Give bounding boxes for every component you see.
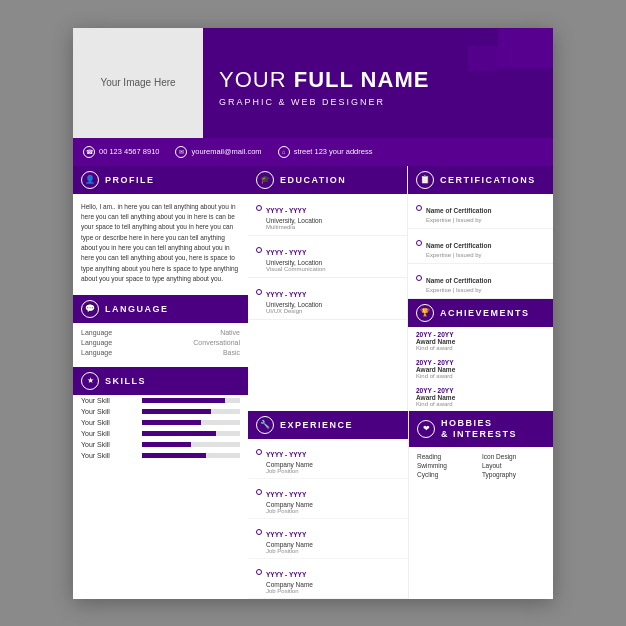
contact-address: ⌂ street 123 your address [278,146,373,158]
list-item: Your Skill [73,428,248,439]
exp-position-0: Job Position [256,468,400,474]
email-text: youremail@mail.com [191,147,261,156]
skill-name-3: Your Skill [81,430,136,437]
address-text: street 123 your address [294,147,373,156]
achieve-year-1: 20YY - 20YY [416,359,545,366]
skill-bar-fill-3 [142,431,216,436]
lang-level-1: Conversational [193,339,240,346]
exp-company-1: Company Name [256,501,400,508]
edu-inst-0: University, Location [256,217,399,224]
list-item: Language Basic [81,349,240,356]
contact-email: ✉ youremail@mail.com [175,146,261,158]
edu-field-2: UI/UX Design [256,308,399,314]
main-content: 👤 PROFILE Hello, I am.. in here you can … [73,166,553,599]
hobby-item-5: Typography [482,471,545,478]
lang-name-2: Language [81,349,112,356]
skill-name-1: Your Skill [81,408,136,415]
achievements-icon: 🏆 [416,304,434,322]
skills-section: ★ SKILLS Your Skill Your Skill Your Skil… [73,367,248,461]
phone-text: 00 123 4567 8910 [99,147,159,156]
exp-position-2: Job Position [256,548,400,554]
language-title: LANGUAGE [105,304,169,314]
skill-bar-bg-1 [142,409,240,414]
bullet-icon [256,529,262,535]
skill-name-5: Your Skill [81,452,136,459]
list-item: YYYY - YYYY University, Location UI/UX D… [248,278,407,320]
header-top: Your Image Here YOUR FULL NAME Graphic &… [73,28,553,138]
achievements-header: 🏆 ACHIEVEMENTS [408,299,553,327]
cert-name-0: Name of Certification [426,207,491,214]
achieve-kind-1: Kind of award [416,373,545,379]
profile-text: Hello, I am.. in here you can tell anyth… [73,194,248,293]
achieve-name-0: Award Name [416,338,545,345]
bullet-icon [416,240,422,246]
education-title: EDUCATION [280,175,346,185]
skills-title: SKILLS [105,376,146,386]
edu-field-0: Multimedia [256,224,399,230]
certifications-header: 📋 CERTIFICATIONS [408,166,553,194]
cert-title: CERTIFICATIONS [440,175,536,185]
skill-bar-bg-5 [142,453,240,458]
list-item: Your Skill [73,439,248,450]
location-icon: ⌂ [278,146,290,158]
bullet-icon [256,569,262,575]
list-item: YYYY - YYYY Company Name Job Position [248,439,408,479]
achievements-title: ACHIEVEMENTS [440,308,530,318]
skill-bar-bg-4 [142,442,240,447]
exp-position-3: Job Position [256,588,400,594]
skill-bar-fill-5 [142,453,206,458]
achievements-section: 🏆 ACHIEVEMENTS 20YY - 20YY Award Name Ki… [408,299,553,411]
profile-image-area: Your Image Here [73,28,203,138]
hobby-item-0: Reading [417,453,480,460]
skill-bar-fill-1 [142,409,211,414]
certifications-section: 📋 CERTIFICATIONS Name of Certification E… [408,166,553,411]
contact-phone: ☎ 00 123 4567 8910 [83,146,159,158]
hobbies-icon: ❤ [417,420,435,438]
list-item: Your Skill [73,417,248,428]
exp-year-1: YYYY - YYYY [266,491,306,498]
experience-title: EXPERIENCE [280,420,353,430]
list-item: YYYY - YYYY University, Location Multime… [248,194,407,236]
lang-level-2: Basic [223,349,240,356]
skill-bar-bg-0 [142,398,240,403]
list-item: 20YY - 20YY Award Name Kind of award [408,383,553,411]
list-item: Your Skill [73,406,248,417]
exp-year-3: YYYY - YYYY [266,571,306,578]
list-item: YYYY - YYYY Company Name Job Position [248,519,408,559]
list-item: Name of Certification Expertise | Issued… [408,264,553,299]
achieve-kind-2: Kind of award [416,401,545,407]
cert-detail-0: Expertise | Issued by [416,217,545,223]
edu-year-0: YYYY - YYYY [266,207,306,214]
hobbies-section: ❤ HOBBIES& INTERESTS Reading Icon Design… [408,411,553,599]
resume-page: Your Image Here YOUR FULL NAME Graphic &… [73,28,553,599]
hobby-item-4: Cycling [417,471,480,478]
education-header: 🎓 EDUCATION [248,166,407,194]
list-item: 20YY - 20YY Award Name Kind of award [408,355,553,383]
skill-bar-bg-3 [142,431,240,436]
bullet-icon [256,247,262,253]
language-list: Language Native Language Conversational … [73,323,248,365]
language-header: 💬 LANGUAGE [73,295,248,323]
hobby-item-3: Layout [482,462,545,469]
bullet-icon [256,449,262,455]
list-item: Language Conversational [81,339,240,346]
exp-year-0: YYYY - YYYY [266,451,306,458]
cert-name-1: Name of Certification [426,242,491,249]
right-top-row: 🎓 EDUCATION YYYY - YYYY University, Loca… [248,166,553,411]
exp-position-1: Job Position [256,508,400,514]
skills-header: ★ SKILLS [73,367,248,395]
job-title: Graphic & Web Designer [219,97,537,107]
right-column: 🎓 EDUCATION YYYY - YYYY University, Loca… [248,166,553,599]
experience-section: 🔧 EXPERIENCE YYYY - YYYY Company Name Jo… [248,411,408,599]
edu-year-2: YYYY - YYYY [266,291,306,298]
list-item: Name of Certification Expertise | Issued… [408,194,553,229]
achieve-name-2: Award Name [416,394,545,401]
skill-name-0: Your Skill [81,397,136,404]
hobbies-list: Reading Icon Design Swimming Layout Cycl… [409,447,553,484]
list-item: Your Skill [73,395,248,406]
bullet-icon [416,275,422,281]
name-light: YOUR [219,67,294,92]
email-icon: ✉ [175,146,187,158]
bullet-icon [256,289,262,295]
experience-icon: 🔧 [256,416,274,434]
